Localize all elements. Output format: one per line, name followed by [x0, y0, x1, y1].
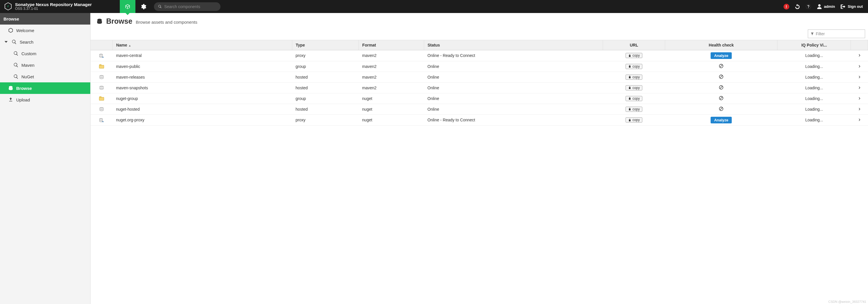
- cell-status: Online: [424, 72, 603, 82]
- copy-url-button[interactable]: copy: [625, 74, 642, 80]
- sidebar-item-label: Maven: [22, 63, 34, 68]
- cell-health: [665, 93, 777, 104]
- row-expand-button[interactable]: [858, 117, 861, 122]
- admin-mode-button[interactable]: [135, 0, 151, 13]
- signout-button[interactable]: Sign out: [840, 4, 863, 9]
- browse-mode-button[interactable]: [120, 0, 135, 13]
- col-name[interactable]: Name▲: [113, 40, 292, 50]
- copy-url-button[interactable]: copy: [625, 107, 642, 112]
- cell-format: maven2: [359, 50, 424, 61]
- header-right: ! admin Sign out: [783, 4, 868, 9]
- cell-format: maven2: [359, 61, 424, 72]
- refresh-button[interactable]: [795, 4, 800, 9]
- sidebar-item-maven[interactable]: Maven: [0, 59, 90, 71]
- search-icon: [11, 39, 17, 44]
- copy-url-button[interactable]: copy: [625, 64, 642, 69]
- filter-box[interactable]: [808, 30, 865, 38]
- repo-type-icon: [99, 107, 104, 111]
- sidebar-item-browse[interactable]: Browse: [0, 82, 90, 94]
- alerts-button[interactable]: !: [783, 4, 789, 9]
- clipboard-icon: [628, 119, 631, 122]
- svg-point-12: [100, 78, 103, 79]
- search-icon: [13, 51, 19, 56]
- sidebar-item-label: Search: [20, 40, 34, 44]
- table-toolbar: [91, 28, 868, 40]
- sidebar-item-custom[interactable]: Custom: [0, 48, 90, 59]
- cell-type: hosted: [292, 104, 359, 114]
- row-expand-button[interactable]: [858, 53, 861, 58]
- cell-health: [665, 72, 777, 82]
- copy-url-button[interactable]: copy: [625, 53, 642, 58]
- refresh-icon: [795, 4, 800, 9]
- copy-url-button[interactable]: copy: [625, 96, 642, 101]
- table-row[interactable]: maven-centralproxymaven2Online - Ready t…: [91, 50, 868, 61]
- global-search[interactable]: [154, 2, 220, 11]
- sidebar-item-nuget[interactable]: NuGet: [0, 71, 90, 82]
- table-row[interactable]: nuget.org-proxyproxynugetOnline - Ready …: [91, 114, 868, 126]
- sidebar-item-label: Custom: [22, 51, 36, 56]
- cell-health: [665, 82, 777, 93]
- repo-type-icon: [99, 75, 104, 79]
- col-status[interactable]: Status: [424, 40, 603, 50]
- repo-type-icon: [99, 118, 104, 123]
- cell-type: hosted: [292, 72, 359, 82]
- col-url[interactable]: URL: [603, 40, 665, 50]
- cell-iq: Loading...: [777, 61, 851, 72]
- global-search-input[interactable]: [164, 4, 216, 9]
- col-health[interactable]: Health check: [665, 40, 777, 50]
- filter-icon: [810, 32, 814, 36]
- svg-rect-8: [99, 65, 104, 68]
- table-row[interactable]: maven-releaseshostedmaven2OnlinecopyLoad…: [91, 72, 868, 82]
- cell-format: nuget: [359, 114, 424, 126]
- col-iq[interactable]: IQ Policy Vi...: [777, 40, 851, 50]
- cell-status: Online - Ready to Connect: [424, 50, 603, 61]
- sidebar-item-search[interactable]: Search: [0, 36, 90, 48]
- sidebar-item-label: Browse: [16, 86, 32, 91]
- sort-asc-icon: ▲: [128, 44, 131, 47]
- cell-status: Online: [424, 104, 603, 114]
- user-menu[interactable]: admin: [816, 4, 835, 9]
- col-type[interactable]: Type: [292, 40, 359, 50]
- cell-iq: Loading...: [777, 104, 851, 114]
- cell-name: maven-central: [113, 50, 292, 61]
- row-expand-button[interactable]: [858, 96, 861, 101]
- cell-type: proxy: [292, 50, 359, 61]
- cell-name: nuget-hosted: [113, 104, 292, 114]
- search-icon: [13, 62, 19, 68]
- cell-iq: Loading...: [777, 93, 851, 104]
- cell-status: Online: [424, 82, 603, 93]
- cell-type: group: [292, 61, 359, 72]
- copy-url-button[interactable]: copy: [625, 85, 642, 91]
- help-button[interactable]: [806, 4, 811, 9]
- clipboard-icon: [628, 107, 631, 111]
- table-row[interactable]: maven-snapshotshostedmaven2OnlinecopyLoa…: [91, 82, 868, 93]
- sidebar-item-upload[interactable]: Upload: [0, 94, 90, 105]
- cell-health: [665, 104, 777, 114]
- cell-format: nuget: [359, 104, 424, 114]
- row-expand-button[interactable]: [858, 107, 861, 111]
- help-icon: [806, 4, 811, 9]
- analyze-button[interactable]: Analyze: [711, 52, 732, 59]
- filter-input[interactable]: [816, 32, 863, 36]
- not-available-icon: [719, 86, 724, 91]
- svg-rect-9: [99, 64, 101, 66]
- nexus-hex-icon: [4, 2, 12, 10]
- col-format[interactable]: Format: [359, 40, 424, 50]
- product-version: OSS 3.37.1-01: [15, 7, 92, 11]
- sidebar-item-welcome[interactable]: Welcome: [0, 25, 90, 36]
- username: admin: [824, 4, 835, 9]
- table-row[interactable]: nuget-hostedhostednugetOnlinecopyLoading…: [91, 104, 868, 114]
- table-row[interactable]: nuget-groupgroupnugetOnlinecopyLoading..…: [91, 93, 868, 104]
- row-expand-button[interactable]: [858, 86, 861, 90]
- table-row[interactable]: maven-publicgroupmaven2OnlinecopyLoading…: [91, 61, 868, 72]
- row-expand-button[interactable]: [858, 75, 861, 79]
- user-icon: [816, 4, 822, 9]
- row-expand-button[interactable]: [858, 64, 861, 69]
- not-available-icon: [719, 65, 724, 69]
- upload-icon: [8, 97, 13, 102]
- product-logo[interactable]: Sonatype Nexus Repository Manager OSS 3.…: [0, 2, 120, 11]
- analyze-button[interactable]: Analyze: [711, 117, 732, 124]
- not-available-icon: [719, 97, 724, 101]
- svg-rect-16: [99, 97, 104, 101]
- copy-url-button[interactable]: copy: [625, 117, 642, 123]
